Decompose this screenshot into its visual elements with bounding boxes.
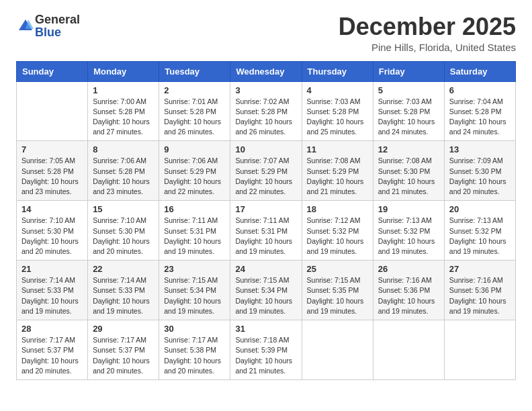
- day-number: 21: [21, 264, 83, 274]
- calendar-cell: 15Sunrise: 7:10 AMSunset: 5:30 PMDayligh…: [88, 201, 159, 261]
- calendar-cell: [302, 320, 373, 380]
- month-title: December 2025: [339, 13, 516, 40]
- day-number: 19: [378, 204, 439, 214]
- day-number: 3: [235, 85, 296, 95]
- calendar-cell: 31Sunrise: 7:18 AMSunset: 5:39 PMDayligh…: [230, 320, 302, 380]
- calendar-cell: 28Sunrise: 7:17 AMSunset: 5:37 PMDayligh…: [17, 320, 88, 380]
- day-header-tuesday: Tuesday: [159, 61, 230, 81]
- day-number: 10: [235, 144, 296, 154]
- day-number: 24: [235, 264, 296, 274]
- logo-icon: [16, 17, 35, 36]
- day-info: Sunrise: 7:11 AMSunset: 5:31 PMDaylight:…: [164, 216, 225, 257]
- day-info: Sunrise: 7:17 AMSunset: 5:38 PMDaylight:…: [164, 335, 225, 376]
- calendar-cell: 7Sunrise: 7:05 AMSunset: 5:28 PMDaylight…: [17, 141, 88, 201]
- day-number: 5: [378, 85, 439, 95]
- day-header-saturday: Saturday: [444, 61, 515, 81]
- day-header-friday: Friday: [373, 61, 444, 81]
- day-info: Sunrise: 7:17 AMSunset: 5:37 PMDaylight:…: [93, 335, 154, 376]
- day-info: Sunrise: 7:03 AMSunset: 5:28 PMDaylight:…: [307, 97, 368, 138]
- day-number: 28: [21, 324, 83, 334]
- day-info: Sunrise: 7:10 AMSunset: 5:30 PMDaylight:…: [93, 216, 154, 257]
- location-subtitle: Pine Hills, Florida, United States: [339, 42, 516, 53]
- day-number: 15: [93, 204, 154, 214]
- day-header-sunday: Sunday: [17, 61, 88, 81]
- calendar-cell: 21Sunrise: 7:14 AMSunset: 5:33 PMDayligh…: [17, 261, 88, 320]
- calendar-cell: 12Sunrise: 7:08 AMSunset: 5:30 PMDayligh…: [373, 141, 444, 201]
- day-info: Sunrise: 7:13 AMSunset: 5:32 PMDaylight:…: [378, 216, 439, 257]
- logo: General Blue: [16, 13, 80, 39]
- day-number: 30: [164, 324, 225, 334]
- day-info: Sunrise: 7:05 AMSunset: 5:28 PMDaylight:…: [21, 156, 83, 197]
- day-number: 1: [93, 85, 154, 95]
- day-info: Sunrise: 7:08 AMSunset: 5:29 PMDaylight:…: [307, 156, 368, 197]
- day-info: Sunrise: 7:07 AMSunset: 5:29 PMDaylight:…: [235, 156, 296, 197]
- calendar-cell: 9Sunrise: 7:06 AMSunset: 5:29 PMDaylight…: [159, 141, 230, 201]
- calendar-body: 1Sunrise: 7:00 AMSunset: 5:28 PMDaylight…: [17, 81, 516, 379]
- calendar-cell: [444, 320, 515, 380]
- day-number: 4: [307, 85, 368, 95]
- calendar-week-row: 28Sunrise: 7:17 AMSunset: 5:37 PMDayligh…: [17, 320, 516, 380]
- day-number: 17: [235, 204, 296, 214]
- day-number: 18: [307, 204, 368, 214]
- day-info: Sunrise: 7:16 AMSunset: 5:36 PMDaylight:…: [378, 275, 439, 316]
- calendar-cell: 2Sunrise: 7:01 AMSunset: 5:28 PMDaylight…: [159, 81, 230, 141]
- day-number: 7: [21, 144, 83, 154]
- calendar-cell: 27Sunrise: 7:16 AMSunset: 5:36 PMDayligh…: [444, 261, 515, 320]
- calendar-cell: 19Sunrise: 7:13 AMSunset: 5:32 PMDayligh…: [373, 201, 444, 261]
- calendar-cell: 10Sunrise: 7:07 AMSunset: 5:29 PMDayligh…: [230, 141, 302, 201]
- day-info: Sunrise: 7:12 AMSunset: 5:32 PMDaylight:…: [307, 216, 368, 257]
- day-info: Sunrise: 7:03 AMSunset: 5:28 PMDaylight:…: [378, 97, 439, 138]
- day-info: Sunrise: 7:18 AMSunset: 5:39 PMDaylight:…: [235, 335, 296, 376]
- day-number: 25: [307, 264, 368, 274]
- calendar-week-row: 1Sunrise: 7:00 AMSunset: 5:28 PMDaylight…: [17, 81, 516, 141]
- day-info: Sunrise: 7:06 AMSunset: 5:28 PMDaylight:…: [93, 156, 154, 197]
- calendar-cell: 14Sunrise: 7:10 AMSunset: 5:30 PMDayligh…: [17, 201, 88, 261]
- day-number: 20: [449, 204, 511, 214]
- day-info: Sunrise: 7:01 AMSunset: 5:28 PMDaylight:…: [164, 97, 225, 138]
- day-info: Sunrise: 7:10 AMSunset: 5:30 PMDaylight:…: [21, 216, 83, 257]
- calendar-header-row: SundayMondayTuesdayWednesdayThursdayFrid…: [17, 61, 516, 81]
- calendar-cell: 26Sunrise: 7:16 AMSunset: 5:36 PMDayligh…: [373, 261, 444, 320]
- calendar-week-row: 14Sunrise: 7:10 AMSunset: 5:30 PMDayligh…: [17, 201, 516, 261]
- day-info: Sunrise: 7:15 AMSunset: 5:35 PMDaylight:…: [307, 275, 368, 316]
- day-info: Sunrise: 7:04 AMSunset: 5:28 PMDaylight:…: [449, 97, 511, 138]
- day-number: 27: [449, 264, 511, 274]
- day-header-monday: Monday: [88, 61, 159, 81]
- calendar-cell: [373, 320, 444, 380]
- calendar-cell: [17, 81, 88, 141]
- calendar-cell: 25Sunrise: 7:15 AMSunset: 5:35 PMDayligh…: [302, 261, 373, 320]
- calendar-cell: 3Sunrise: 7:02 AMSunset: 5:28 PMDaylight…: [230, 81, 302, 141]
- day-number: 23: [164, 264, 225, 274]
- calendar-cell: 1Sunrise: 7:00 AMSunset: 5:28 PMDaylight…: [88, 81, 159, 141]
- day-number: 13: [449, 144, 511, 154]
- calendar-cell: 16Sunrise: 7:11 AMSunset: 5:31 PMDayligh…: [159, 201, 230, 261]
- calendar-cell: 18Sunrise: 7:12 AMSunset: 5:32 PMDayligh…: [302, 201, 373, 261]
- calendar-cell: 23Sunrise: 7:15 AMSunset: 5:34 PMDayligh…: [159, 261, 230, 320]
- calendar-cell: 29Sunrise: 7:17 AMSunset: 5:37 PMDayligh…: [88, 320, 159, 380]
- header: General Blue December 2025 Pine Hills, F…: [16, 13, 516, 53]
- day-number: 9: [164, 144, 225, 154]
- calendar-cell: 13Sunrise: 7:09 AMSunset: 5:30 PMDayligh…: [444, 141, 515, 201]
- day-info: Sunrise: 7:15 AMSunset: 5:34 PMDaylight:…: [164, 275, 225, 316]
- day-info: Sunrise: 7:09 AMSunset: 5:30 PMDaylight:…: [449, 156, 511, 197]
- logo-text-general: General: [35, 13, 80, 26]
- day-number: 29: [93, 324, 154, 334]
- calendar-table: SundayMondayTuesdayWednesdayThursdayFrid…: [16, 61, 516, 380]
- day-number: 2: [164, 85, 225, 95]
- calendar-cell: 6Sunrise: 7:04 AMSunset: 5:28 PMDaylight…: [444, 81, 515, 141]
- day-number: 6: [449, 85, 511, 95]
- logo-text-blue: Blue: [35, 26, 61, 39]
- day-info: Sunrise: 7:11 AMSunset: 5:31 PMDaylight:…: [235, 216, 296, 257]
- calendar-cell: 22Sunrise: 7:14 AMSunset: 5:33 PMDayligh…: [88, 261, 159, 320]
- day-number: 26: [378, 264, 439, 274]
- calendar-cell: 11Sunrise: 7:08 AMSunset: 5:29 PMDayligh…: [302, 141, 373, 201]
- day-info: Sunrise: 7:15 AMSunset: 5:34 PMDaylight:…: [235, 275, 296, 316]
- day-info: Sunrise: 7:17 AMSunset: 5:37 PMDaylight:…: [21, 335, 83, 376]
- day-header-wednesday: Wednesday: [230, 61, 302, 81]
- calendar-cell: 20Sunrise: 7:13 AMSunset: 5:32 PMDayligh…: [444, 201, 515, 261]
- calendar-cell: 17Sunrise: 7:11 AMSunset: 5:31 PMDayligh…: [230, 201, 302, 261]
- day-info: Sunrise: 7:14 AMSunset: 5:33 PMDaylight:…: [93, 275, 154, 316]
- day-number: 12: [378, 144, 439, 154]
- calendar-cell: 5Sunrise: 7:03 AMSunset: 5:28 PMDaylight…: [373, 81, 444, 141]
- calendar-cell: 24Sunrise: 7:15 AMSunset: 5:34 PMDayligh…: [230, 261, 302, 320]
